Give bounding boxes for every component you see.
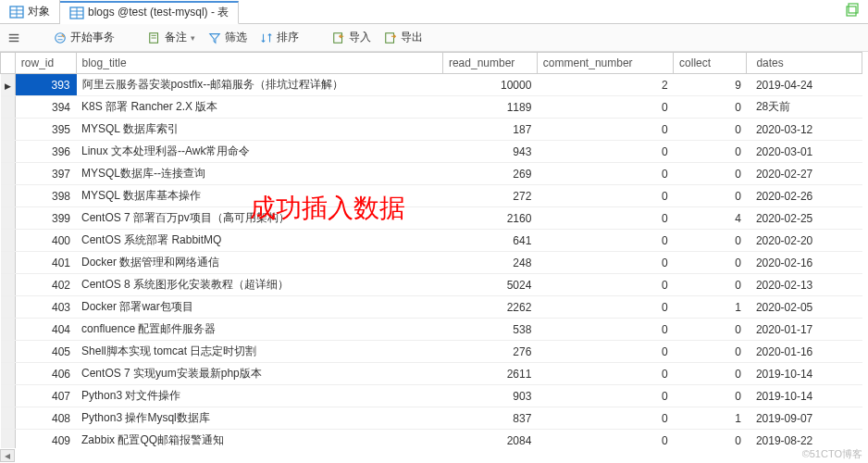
cell[interactable]: MYSQL 数据库索引 [76, 119, 442, 141]
row-marker[interactable] [1, 96, 16, 119]
table-row[interactable]: 406CentOS 7 实现yum安装最新php版本2611002019-10-… [1, 363, 862, 385]
cell[interactable]: 0 [537, 430, 673, 449]
cell[interactable]: 2084 [442, 430, 537, 449]
table-row[interactable]: 408Python3 操作Mysql数据库837012019-09-07 [1, 407, 862, 430]
cell[interactable]: 0 [674, 252, 747, 274]
cell[interactable]: CentOS 8 系统图形化安装教程（超详细） [76, 274, 442, 296]
cell[interactable]: 0 [674, 96, 747, 119]
cell[interactable]: 0 [537, 341, 673, 363]
table-row[interactable]: 397MYSQL数据库--连接查询269002020-02-27 [1, 163, 862, 185]
cell[interactable]: 2020-02-20 [747, 230, 862, 252]
row-marker[interactable] [1, 319, 16, 341]
cell[interactable]: 269 [442, 163, 537, 185]
row-marker[interactable] [1, 185, 16, 207]
cell[interactable]: 5024 [442, 274, 537, 296]
cell[interactable]: CentOS 7 实现yum安装最新php版本 [76, 363, 442, 385]
cell[interactable]: 0 [674, 319, 747, 341]
cell[interactable]: CentOS 系统部署 RabbitMQ [76, 230, 442, 252]
cell[interactable]: 0 [537, 163, 673, 185]
table-row[interactable]: 404confluence 配置邮件服务器538002020-01-17 [1, 319, 862, 341]
cell[interactable]: 0 [537, 207, 673, 230]
cell[interactable]: 0 [537, 363, 673, 385]
cell[interactable]: 2160 [442, 207, 537, 230]
col-header[interactable]: collect [674, 53, 747, 74]
row-marker[interactable] [1, 407, 16, 430]
cell[interactable]: K8S 部署 Rancher 2.X 版本 [76, 96, 442, 119]
row-marker[interactable] [1, 252, 16, 274]
cell[interactable]: 399 [15, 207, 76, 230]
cell[interactable]: 394 [15, 96, 76, 119]
cell[interactable]: 0 [674, 430, 747, 449]
cell[interactable]: 2020-02-05 [747, 296, 862, 319]
cell[interactable]: 0 [537, 96, 673, 119]
cell[interactable]: 187 [442, 119, 537, 141]
table-row[interactable]: 400CentOS 系统部署 RabbitMQ641002020-02-20 [1, 230, 862, 252]
cell[interactable]: 408 [15, 407, 76, 430]
cell[interactable]: 1 [674, 296, 747, 319]
cell[interactable]: 2611 [442, 363, 537, 385]
cell[interactable]: 248 [442, 252, 537, 274]
row-marker[interactable] [1, 119, 16, 141]
cell[interactable]: 0 [674, 119, 747, 141]
cell[interactable]: 401 [15, 252, 76, 274]
table-row[interactable]: 403Docker 部署war包项目2262012020-02-05 [1, 296, 862, 319]
tab-objects[interactable]: 对象 [0, 0, 60, 23]
cell[interactable]: 2020-01-17 [747, 319, 862, 341]
col-header[interactable]: dates [747, 53, 862, 74]
cell[interactable]: 903 [442, 385, 537, 407]
col-header[interactable]: row_id [15, 53, 76, 74]
row-marker[interactable] [1, 385, 16, 407]
row-marker[interactable] [1, 74, 16, 96]
cell[interactable]: 0 [674, 363, 747, 385]
export-button[interactable]: 导出 [384, 30, 423, 45]
cell[interactable]: Linux 文本处理利器--Awk常用命令 [76, 141, 442, 163]
cell[interactable]: 406 [15, 363, 76, 385]
cell[interactable]: 400 [15, 230, 76, 252]
cell[interactable]: 837 [442, 407, 537, 430]
cell[interactable]: 2020-03-12 [747, 119, 862, 141]
tab-blogs-table[interactable]: blogs @test (test-mysql) - 表 [60, 1, 239, 24]
cell[interactable]: 0 [674, 141, 747, 163]
cell[interactable]: 0 [537, 119, 673, 141]
cell[interactable]: 2262 [442, 296, 537, 319]
table-row[interactable]: 407Python3 对文件操作903002019-10-14 [1, 385, 862, 407]
cell[interactable]: 0 [537, 385, 673, 407]
data-grid[interactable]: row_id blog_title read_number comment_nu… [0, 52, 868, 448]
pin-button[interactable] [838, 3, 868, 20]
cell[interactable]: 10000 [442, 74, 537, 96]
cell[interactable]: 0 [674, 230, 747, 252]
cell[interactable]: 276 [442, 341, 537, 363]
cell[interactable]: 2020-02-25 [747, 207, 862, 230]
cell[interactable]: 2020-02-27 [747, 163, 862, 185]
cell[interactable]: 2020-02-26 [747, 185, 862, 207]
table-row[interactable]: 402CentOS 8 系统图形化安装教程（超详细）5024002020-02-… [1, 274, 862, 296]
cell[interactable]: 1 [674, 407, 747, 430]
filter-button[interactable]: 筛选 [208, 30, 247, 45]
table-row[interactable]: 409Zabbix 配置QQ邮箱报警通知2084002019-08-22 [1, 430, 862, 449]
cell[interactable]: 0 [537, 407, 673, 430]
cell[interactable]: 409 [15, 430, 76, 449]
cell[interactable]: CentOS 7 部署百万pv项目（高可用架构） [76, 207, 442, 230]
row-marker[interactable] [1, 163, 16, 185]
cell[interactable]: 0 [674, 385, 747, 407]
cell[interactable]: 405 [15, 341, 76, 363]
table-row[interactable]: 401Docker 数据管理和网络通信248002020-02-16 [1, 252, 862, 274]
cell[interactable]: Python3 对文件操作 [76, 385, 442, 407]
cell[interactable]: 398 [15, 185, 76, 207]
cell[interactable]: 0 [674, 341, 747, 363]
cell[interactable]: 28天前 [747, 96, 862, 119]
cell[interactable]: 阿里云服务器安装postfix--邮箱服务（排坑过程详解） [76, 74, 442, 96]
col-header[interactable]: blog_title [76, 53, 442, 74]
cell[interactable]: 2019-04-24 [747, 74, 862, 96]
table-row[interactable]: 395MYSQL 数据库索引187002020-03-12 [1, 119, 862, 141]
cell[interactable]: Python3 操作Mysql数据库 [76, 407, 442, 430]
cell[interactable]: 1189 [442, 96, 537, 119]
cell[interactable]: 2 [537, 74, 673, 96]
cell[interactable]: 0 [674, 163, 747, 185]
row-marker[interactable] [1, 341, 16, 363]
cell[interactable]: 0 [537, 274, 673, 296]
table-row[interactable]: 396Linux 文本处理利器--Awk常用命令943002020-03-01 [1, 141, 862, 163]
cell[interactable]: 2019-08-22 [747, 430, 862, 449]
start-transaction-button[interactable]: 开始事务 [54, 30, 115, 45]
cell[interactable]: 2020-03-01 [747, 141, 862, 163]
